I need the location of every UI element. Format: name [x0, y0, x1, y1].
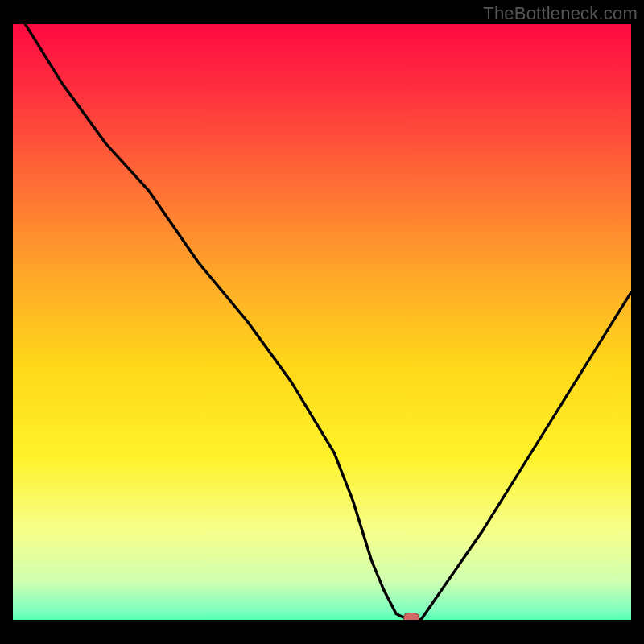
- bottleneck-curve: [13, 24, 631, 620]
- watermark-text: TheBottleneck.com: [483, 3, 638, 24]
- chart-frame: TheBottleneck.com: [0, 0, 644, 644]
- plot-area: [13, 24, 631, 620]
- optimal-point-marker: [403, 613, 419, 620]
